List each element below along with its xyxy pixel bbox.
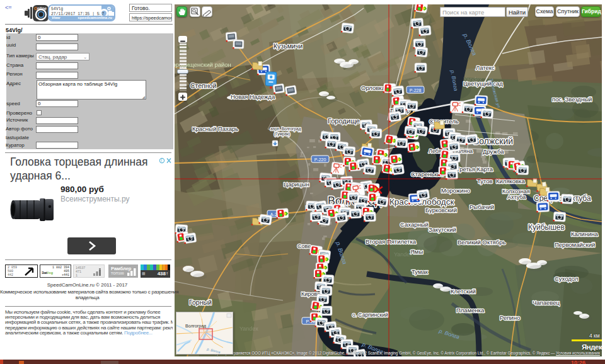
svg-text:Рыбачий: Рыбачий (470, 203, 494, 210)
svg-text:Царицын: Царицын (284, 181, 309, 188)
svg-text:Вторая Пятилетка: Вторая Пятилетка (366, 238, 417, 245)
svg-text:Латекс: Латекс (476, 64, 495, 71)
svg-text:о. Сарпинский: о. Сарпинский (352, 312, 388, 318)
svg-text:Новая Надежда: Новая Надежда (231, 93, 275, 100)
svg-text:Репино: Репино (500, 314, 520, 321)
svg-text:Красный Пахарь: Красный Пахарь (192, 125, 238, 132)
svg-text:Третья Карта: Третья Карта (456, 166, 493, 173)
svg-text:аэрп. Волгоград: аэрп. Волгоград (270, 127, 301, 132)
svg-text:Закутский: Закутский (429, 226, 456, 233)
svg-text:пос. Звездный: пос. Звездный (552, 96, 592, 103)
svg-text:Бурковский: Бурковский (425, 207, 457, 213)
svg-text:(Гумрак): (Гумрак) (274, 132, 290, 137)
svg-text:Чапаевец: Чапаевец (533, 299, 560, 306)
svg-text:Калинина: Калинина (571, 230, 598, 237)
svg-text:Куйбышев: Куйбышев (528, 223, 565, 232)
svg-text:Р-220: Р-220 (314, 157, 326, 162)
svg-text:Морожино: Морожино (441, 187, 470, 194)
svg-text:Yandex: Yandex (394, 251, 413, 258)
svg-text:Суходол: Суходол (555, 275, 579, 282)
svg-text:Ахтуба: Ахтуба (507, 194, 526, 200)
svg-text:Yandex: Yandex (239, 326, 258, 332)
svg-text:Тумак: Тумак (412, 268, 429, 275)
svg-text:Горный: Горный (189, 299, 212, 306)
svg-text:Волгоград: Волгоград (185, 324, 206, 329)
svg-text:Сове: Сове (297, 243, 311, 249)
svg-text:Online: Online (34, 6, 47, 11)
svg-text:Р-228: Р-228 (410, 88, 422, 93)
svg-text:Городище: Городище (328, 117, 360, 125)
svg-text:Степной: Степной (190, 82, 216, 89)
svg-text:Кузьмичи: Кузьмичи (274, 42, 302, 50)
svg-text:Клетский: Клетский (451, 288, 476, 295)
svg-text:Дружба: Дружба (483, 148, 504, 155)
svg-text:Волжский: Волжский (473, 136, 513, 146)
svg-text:Yandex: Yandex (463, 76, 482, 82)
svg-text:Великий Октябрь: Великий Октябрь (458, 239, 505, 246)
svg-text:Орловка: Орловка (361, 84, 386, 91)
svg-text:Пламенка: Пламенка (456, 307, 485, 314)
svg-text:Первомайский: Первомайский (555, 241, 595, 248)
svg-text:Сахарный: Сахарный (400, 221, 429, 228)
